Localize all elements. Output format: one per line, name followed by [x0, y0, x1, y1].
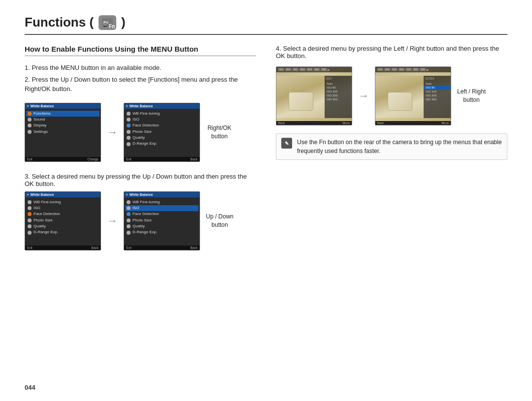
- left-column: How to Enable Functions Using the MENU B…: [25, 45, 256, 258]
- arrow-2: →: [107, 215, 118, 227]
- iso-bar-1: ISO ISO ISO ISO ISO ISO ISO ▶: [276, 67, 352, 72]
- title-text: Functions (: [25, 15, 94, 30]
- step3-section: 3. Select a desired menu by pressing the…: [25, 173, 256, 250]
- menu-wb-3: WB Fine-tuning: [26, 199, 100, 205]
- menu-footer-1: Exit Change: [25, 157, 100, 161]
- menu-display: Display: [26, 123, 100, 128]
- photo-bg-1: ISO Auto ISO 80 ISO 100 ISO 200 ISO 400: [276, 76, 352, 118]
- menu-settings: Settings: [26, 129, 100, 135]
- menu-photo-2: Photo Size: [125, 129, 199, 135]
- section-heading: How to Enable Functions Using the MENU B…: [25, 45, 256, 56]
- menu-face-3: Face Detection: [26, 211, 100, 217]
- menu-quality-3: Quality: [26, 223, 100, 229]
- menu-header-3: ■ White Balance: [25, 192, 100, 197]
- step3-diagram: ■ White Balance WB Fine-tuning ISO: [25, 191, 256, 250]
- iso-bar-2: ISO ISO ISO ISO ISO ISO ISO ▶: [375, 67, 451, 72]
- menu-sound: Sound: [26, 117, 100, 123]
- arrow-3: →: [358, 90, 369, 102]
- pillow-1: [289, 92, 313, 111]
- step4-intro-text: 4. Select a desired menu by pressing the…: [276, 45, 507, 60]
- menu-header-2: ■ White Balance: [124, 103, 200, 109]
- lcd-bottom-2: Back Move: [375, 121, 451, 125]
- steps-1-2: 1. Press the MENU button in an available…: [25, 63, 256, 94]
- svg-text:✎: ✎: [285, 141, 289, 146]
- lcd-screen-2: ISO ISO ISO ISO ISO ISO ISO ▶ ISO64: [375, 66, 451, 125]
- menu-drange-3: D-Range Exp.: [26, 229, 100, 235]
- fn-icon: Fn 📷: [99, 15, 116, 30]
- menu-face-2: Face Detection: [125, 123, 199, 128]
- left-right-label: Left / Right button: [457, 88, 486, 104]
- step4-diagram: ISO ISO ISO ISO ISO ISO ISO ▶: [276, 66, 507, 125]
- step2-text: 2. Press the Up / Down button to select …: [25, 75, 256, 94]
- menu-inner-4: WB Fine-tuning ISO Face Detection P: [124, 197, 200, 238]
- menu-inner-3: WB Fine-tuning ISO Face Detection P: [25, 197, 100, 238]
- note-text: Use the Fn button on the rear of the cam…: [297, 138, 502, 155]
- menu-photo-3: Photo Size: [26, 217, 100, 223]
- iso-menu-1: ISO Auto ISO 80 ISO 100 ISO 200 ISO 400: [325, 76, 352, 118]
- up-down-label: Up / Down button: [206, 213, 233, 229]
- menu-wb-4: WB Fine-tuning: [125, 199, 199, 205]
- menu-screen-4: ■ White Balance WB Fine-tuning ISO: [124, 191, 200, 250]
- menu-iso-3: ISO: [26, 205, 100, 211]
- menu-footer-3: Exit Back: [25, 246, 100, 250]
- menu-inner-1: Functions Sound Display Settings: [25, 109, 100, 137]
- pillow-2: [388, 92, 412, 111]
- right-ok-label: Right/OK button: [206, 124, 233, 141]
- arrow-1: →: [107, 126, 118, 139]
- step1-text: 1. Press the MENU button in an available…: [25, 63, 256, 73]
- menu-header-1: ■ White Balance: [25, 103, 100, 109]
- menu-header-4: ■ White Balance: [124, 192, 200, 197]
- menu-screen-1: ■ White Balance Functions Sound Display: [25, 103, 101, 162]
- menu-quality-4: Quality: [125, 223, 199, 229]
- right-column: 4. Select a desired menu by pressing the…: [276, 45, 507, 258]
- photo-bg-2: ISO64 Auto ISO 80 ISO 100 ISO 200 ISO 40…: [375, 76, 451, 118]
- menu-face-4: Face Detection: [125, 211, 199, 217]
- menu-drange-2: D-Range Exp.: [125, 141, 199, 147]
- menu-quality-2: Quality: [125, 135, 199, 141]
- note-box: ✎ Use the Fn button on the rear of the c…: [276, 133, 507, 160]
- page-title: Functions ( Fn 📷 ): [25, 15, 507, 35]
- menu-functions: Functions: [26, 111, 100, 117]
- lcd-inner-2: ISO ISO ISO ISO ISO ISO ISO ▶ ISO64: [375, 67, 451, 125]
- menu-photo-4: Photo Size: [125, 217, 199, 223]
- step2-diagram: ■ White Balance Functions Sound Display: [25, 103, 256, 162]
- lcd-bottom-1: Back Move: [276, 121, 352, 125]
- note-icon: ✎: [281, 138, 292, 149]
- menu-iso-4-selected: ISO: [125, 205, 199, 211]
- svg-text:📷: 📷: [103, 24, 107, 27]
- menu-wb-fine: WB Fine-tuning: [125, 111, 199, 117]
- iso-menu-2: ISO64 Auto ISO 80 ISO 100 ISO 200 ISO 40…: [424, 76, 451, 118]
- menu-screen-3: ■ White Balance WB Fine-tuning ISO: [25, 191, 101, 250]
- step3-text: 3. Select a desired menu by pressing the…: [25, 173, 256, 187]
- menu-drange-4: D-Range Exp.: [125, 229, 199, 235]
- title-suffix: ): [121, 15, 126, 30]
- menu-screen-2: ■ White Balance WB Fine-tuning ISO Face …: [124, 103, 200, 162]
- lcd-screen-1: ISO ISO ISO ISO ISO ISO ISO ▶: [276, 66, 352, 125]
- menu-iso-2: ISO: [125, 117, 199, 123]
- menu-footer-2: Exit Back: [124, 157, 200, 161]
- lcd-inner-1: ISO ISO ISO ISO ISO ISO ISO ▶: [276, 67, 352, 125]
- menu-inner-2: WB Fine-tuning ISO Face Detection Photo …: [124, 109, 200, 149]
- menu-footer-4: Exit Back: [124, 246, 200, 250]
- page-number: 044: [25, 384, 35, 391]
